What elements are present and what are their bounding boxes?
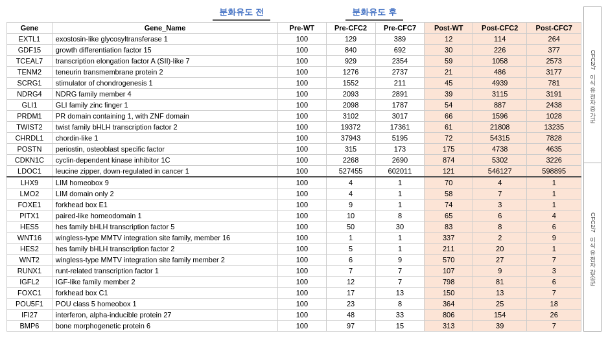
data-cell: 8 bbox=[375, 299, 425, 310]
data-cell: 570 bbox=[425, 255, 473, 266]
table-row: TCEAL7transcription elongation factor A … bbox=[7, 56, 581, 67]
gene-name-cell: hes family bHLH transcription factor 2 bbox=[52, 244, 277, 255]
main-container: 분화유도 전 분화유도 후 Gene Gene_Name Pre-WT Pre-… bbox=[6, 6, 602, 332]
data-cell: 100 bbox=[278, 56, 327, 67]
table-row: LMO2LIM domain only 2100415871 bbox=[7, 188, 581, 199]
data-cell: WNT2 bbox=[7, 255, 53, 266]
data-cell: 121 bbox=[425, 166, 473, 177]
table-row: NDRG4NDRG family member 4100209328913931… bbox=[7, 89, 581, 100]
table-row: HES2hes family bHLH transcription factor… bbox=[7, 244, 581, 255]
data-cell: 4 bbox=[473, 177, 527, 188]
data-cell: 70 bbox=[425, 177, 473, 188]
data-cell: 100 bbox=[278, 210, 327, 222]
data-cell: 1 bbox=[527, 188, 581, 199]
data-cell: 61 bbox=[425, 122, 473, 133]
data-cell: 2438 bbox=[527, 100, 581, 111]
gene-name-cell: stimulator of chondrogenesis 1 bbox=[52, 78, 277, 89]
data-cell: 17361 bbox=[375, 122, 425, 133]
gene-name-cell: growth differentiation factor 15 bbox=[52, 45, 277, 56]
gene-name-cell: leucine zipper, down-regulated in cancer… bbox=[52, 166, 277, 177]
data-cell: 1 bbox=[527, 177, 581, 188]
data-cell: 211 bbox=[425, 244, 473, 255]
data-cell: 315 bbox=[326, 144, 375, 155]
data-cell: SCRG1 bbox=[7, 78, 53, 89]
gene-name-cell: POU class 5 homeobox 1 bbox=[52, 299, 277, 310]
pre-group-title: 분화유도 전 bbox=[213, 6, 270, 21]
data-cell: 1 bbox=[375, 177, 425, 188]
data-cell: 2891 bbox=[375, 89, 425, 100]
data-cell: 6 bbox=[326, 255, 375, 266]
data-cell: 8 bbox=[375, 210, 425, 222]
data-cell: 1 bbox=[375, 188, 425, 199]
table-row: EXTL1exostosin-like glycosyltransferase … bbox=[7, 34, 581, 45]
data-cell: 1787 bbox=[375, 100, 425, 111]
data-cell: 806 bbox=[425, 310, 473, 321]
data-cell: 114 bbox=[473, 34, 527, 45]
data-cell: 4635 bbox=[527, 144, 581, 155]
data-cell: 100 bbox=[278, 89, 327, 100]
data-cell: 5195 bbox=[375, 133, 425, 144]
data-cell: 65 bbox=[425, 210, 473, 222]
table-row: GDF15growth differentiation factor 15100… bbox=[7, 45, 581, 56]
data-cell: 377 bbox=[527, 45, 581, 56]
data-cell: 100 bbox=[278, 188, 327, 199]
data-cell: 4 bbox=[527, 210, 581, 222]
data-cell: 7 bbox=[375, 277, 425, 288]
data-cell: 8 bbox=[473, 222, 527, 233]
data-cell: 1 bbox=[375, 199, 425, 210]
data-cell: 100 bbox=[278, 122, 327, 133]
col-header-gene: Gene bbox=[7, 23, 53, 34]
col-header-post-wt: Post-WT bbox=[425, 23, 473, 34]
data-cell: 15 bbox=[375, 321, 425, 332]
data-cell: 33 bbox=[375, 310, 425, 321]
data-cell: CHRDL1 bbox=[7, 133, 53, 144]
data-cell: 173 bbox=[375, 144, 425, 155]
data-cell: NDRG4 bbox=[7, 89, 53, 100]
data-cell: 58 bbox=[425, 188, 473, 199]
post-group-header: 분화유도 후 bbox=[311, 6, 438, 21]
data-cell: 100 bbox=[278, 155, 327, 166]
data-cell: 45 bbox=[425, 78, 473, 89]
data-cell: 3 bbox=[527, 266, 581, 277]
data-cell: RUNX1 bbox=[7, 266, 53, 277]
table-row: WNT2wingless-type MMTV integration site … bbox=[7, 255, 581, 266]
data-cell: 39 bbox=[473, 321, 527, 332]
data-cell: 3115 bbox=[473, 89, 527, 100]
data-cell: 100 bbox=[278, 299, 327, 310]
post-group-title: 분화유도 후 bbox=[345, 6, 403, 21]
side-labels: CFC2/7이식 유전자 증가군 CFC2/7이식 유전자 감소군 bbox=[583, 6, 602, 332]
data-cell: 13 bbox=[473, 288, 527, 299]
table-row: RUNX1runt-related transcription factor 1… bbox=[7, 266, 581, 277]
data-cell: 1 bbox=[527, 244, 581, 255]
data-cell: 887 bbox=[473, 100, 527, 111]
data-cell: 13 bbox=[375, 288, 425, 299]
data-cell: 13235 bbox=[527, 122, 581, 133]
table-row: IFI27interferon, alpha-inducible protein… bbox=[7, 310, 581, 321]
data-cell: TCEAL7 bbox=[7, 56, 53, 67]
data-cell: LDOC1 bbox=[7, 166, 53, 177]
data-cell: 1 bbox=[326, 233, 375, 244]
data-cell: 72 bbox=[425, 133, 473, 144]
table-row: BMP6bone morphogenetic protein 610097153… bbox=[7, 321, 581, 332]
data-cell: 1028 bbox=[527, 111, 581, 122]
data-cell: 4738 bbox=[473, 144, 527, 155]
gene-name-cell: LIM homeobox 9 bbox=[52, 177, 277, 188]
data-cell: 1276 bbox=[326, 67, 375, 78]
data-cell: 2737 bbox=[375, 67, 425, 78]
data-cell: 7 bbox=[326, 266, 375, 277]
data-cell: BMP6 bbox=[7, 321, 53, 332]
table-row: FOXC1forkhead box C11001713150137 bbox=[7, 288, 581, 299]
gene-name-cell: chordin-like 1 bbox=[52, 133, 277, 144]
data-cell: 313 bbox=[425, 321, 473, 332]
data-cell: 7 bbox=[527, 288, 581, 299]
data-cell: 211 bbox=[375, 78, 425, 89]
data-cell: 389 bbox=[375, 34, 425, 45]
data-cell: 30 bbox=[425, 45, 473, 56]
data-cell: 54315 bbox=[473, 133, 527, 144]
gene-name-cell: IGF-like family member 2 bbox=[52, 277, 277, 288]
data-cell: CDKN1C bbox=[7, 155, 53, 166]
data-cell: HES5 bbox=[7, 222, 53, 233]
data-cell: 129 bbox=[326, 34, 375, 45]
data-cell: 7828 bbox=[527, 133, 581, 144]
data-cell: 100 bbox=[278, 321, 327, 332]
